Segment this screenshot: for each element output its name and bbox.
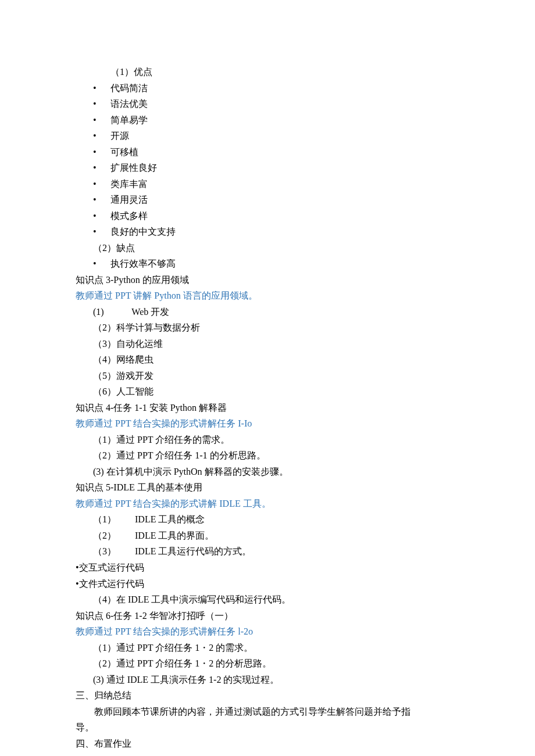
kp3-item: （6）人工智能 xyxy=(76,384,459,400)
bullet-icon: • xyxy=(93,144,110,160)
summary-body-line2: 导。 xyxy=(76,719,459,736)
disadvantage-item: •执行效率不够高 xyxy=(76,256,459,272)
advantage-text: 良好的中文支持 xyxy=(110,227,176,237)
kp3-teacher-note: 教师通过 PPT 讲解 Python 语言的应用领域。 xyxy=(76,288,459,304)
bullet-icon: • xyxy=(93,128,110,144)
advantage-item: •语法优美 xyxy=(76,96,459,112)
advantage-text: 扩展性良好 xyxy=(110,163,157,173)
advantage-item: •代码简洁 xyxy=(76,80,459,96)
kp6-item: （2）通过 PPT 介绍任务 1・2 的分析思路。 xyxy=(76,655,459,672)
advantage-text: 类库丰富 xyxy=(110,179,148,189)
bullet-icon: • xyxy=(93,208,110,224)
bullet-icon: • xyxy=(93,160,110,176)
advantage-text: 可移植 xyxy=(110,147,138,157)
advantage-item: •扩展性良好 xyxy=(76,160,459,176)
advantages-heading: （1）优点 xyxy=(76,64,459,80)
summary-heading: 三、归纳总结 xyxy=(76,687,459,704)
kp3-item: (1) Web 开发 xyxy=(76,304,459,320)
kp6-item: (3) 通过 IDLE 工具演示任务 1-2 的实现过程。 xyxy=(76,672,459,688)
disadvantage-text: 执行效率不够高 xyxy=(110,259,176,268)
disadvantages-heading: （2）缺点 xyxy=(76,240,459,256)
summary-body: 教师回顾本节课所讲的内容，并通过测试题的方式引导学生解答问题并给予指 xyxy=(76,704,459,720)
kp5-title: 知识点 5-IDLE 工具的基本使用 xyxy=(76,479,459,496)
kp3-item: （5）游戏开发 xyxy=(76,368,459,384)
advantage-item: •模式多样 xyxy=(76,208,459,224)
kp5-item: （1） IDLE 工具的概念 xyxy=(76,511,459,528)
bullet-icon: • xyxy=(93,80,110,96)
advantage-item: •良好的中文支持 xyxy=(76,224,459,240)
advantage-item: •可移植 xyxy=(76,144,459,160)
kp3-item: （2）科学计算与数据分析 xyxy=(76,320,459,336)
advantage-text: 语法优美 xyxy=(110,99,148,109)
bullet-icon: • xyxy=(93,192,110,208)
advantage-item: •通用灵活 xyxy=(76,192,459,208)
kp3-item: （3）自动化运维 xyxy=(76,336,459,352)
advantage-text: 代码简洁 xyxy=(110,83,148,93)
advantage-text: 模式多样 xyxy=(110,211,148,221)
kp5-extra: •交互式运行代码 xyxy=(76,560,459,576)
bullet-icon: • xyxy=(93,224,110,240)
kp5-extra: （4）在 IDLE 工具中演示编写代码和运行代码。 xyxy=(76,592,459,608)
advantage-text: 简单易学 xyxy=(110,115,148,125)
kp4-teacher-note: 教师通过 PPT 结合实操的形式讲解任务 I-Io xyxy=(76,415,459,432)
kp5-teacher-note: 教师通过 PPT 结合实操的形式讲解 IDLE 工具。 xyxy=(76,496,459,512)
advantage-text: 开源 xyxy=(110,131,129,141)
bullet-icon: • xyxy=(93,176,110,192)
kp4-item: (3) 在计算机中演示 PythOn 解释器的安装步骤。 xyxy=(76,464,459,480)
advantage-text: 通用灵活 xyxy=(110,195,148,205)
bullet-icon: • xyxy=(93,112,110,128)
kp6-title: 知识点 6-任务 1-2 华智冰打招呼（一） xyxy=(76,608,459,624)
advantage-item: •开源 xyxy=(76,128,459,144)
kp4-item: （1）通过 PPT 介绍任务的需求。 xyxy=(76,432,459,448)
kp6-teacher-note: 教师通过 PPT 结合实操的形式讲解任务 l-2o xyxy=(76,624,459,640)
kp4-item: （2）通过 PPT 介绍任务 1-1 的分析思路。 xyxy=(76,447,459,464)
kp5-item: （2） IDLE 工具的界面。 xyxy=(76,528,459,544)
bullet-icon: • xyxy=(93,256,110,272)
kp5-extra: •文件式运行代码 xyxy=(76,576,459,592)
kp4-title: 知识点 4-任务 1-1 安装 Python 解释器 xyxy=(76,400,459,416)
bullet-icon: • xyxy=(93,96,110,112)
kp3-title: 知识点 3-Python 的应用领域 xyxy=(76,272,459,288)
kp5-item: （3） IDLE 工具运行代码的方式。 xyxy=(76,543,459,560)
homework-heading: 四、布置作业 xyxy=(76,736,459,752)
advantage-item: •简单易学 xyxy=(76,112,459,128)
document-page: （1）优点 •代码简洁 •语法优美 •简单易学 •开源 •可移植 •扩展性良好 … xyxy=(0,0,535,756)
advantage-item: •类库丰富 xyxy=(76,176,459,192)
kp3-item: （4）网络爬虫 xyxy=(76,352,459,368)
kp6-item: （1）通过 PPT 介绍任务 1・2 的需求。 xyxy=(76,640,459,656)
